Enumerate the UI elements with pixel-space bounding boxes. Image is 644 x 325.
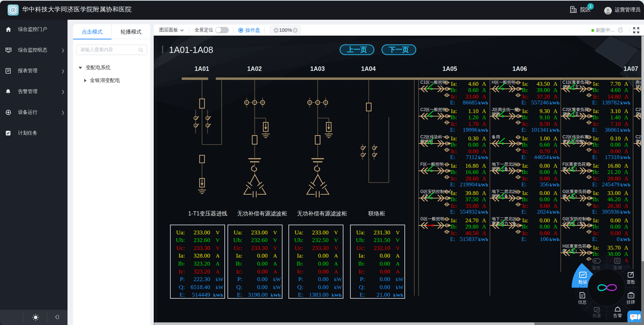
svg-text:Ia:: Ia: bbox=[593, 135, 599, 142]
svg-text:kWh: kWh bbox=[478, 128, 489, 133]
svg-text:V: V bbox=[396, 230, 400, 235]
svg-text:0.60: 0.60 bbox=[539, 141, 550, 148]
svg-text:A: A bbox=[553, 176, 557, 182]
svg-text:V: V bbox=[216, 230, 220, 235]
svg-text:0.00: 0.00 bbox=[610, 223, 621, 230]
svg-text:kW: kW bbox=[396, 284, 404, 290]
svg-text:kW: kW bbox=[216, 284, 224, 290]
svg-text:Ua:: Ua: bbox=[295, 229, 303, 236]
svg-text:323.20: 323.20 bbox=[194, 260, 210, 267]
svg-text:kWh: kWh bbox=[332, 292, 342, 298]
svg-text:置数: 置数 bbox=[627, 280, 636, 285]
svg-text:A: A bbox=[624, 163, 628, 169]
svg-text:A: A bbox=[273, 261, 277, 267]
svg-text:A: A bbox=[482, 142, 486, 148]
svg-text:P:: P: bbox=[298, 276, 303, 282]
svg-text:1-T1变压器进线: 1-T1变压器进线 bbox=[188, 211, 227, 216]
svg-text:kWh: kWh bbox=[620, 155, 630, 160]
svg-text:Ib:: Ib: bbox=[522, 196, 528, 203]
svg-text:16.80: 16.80 bbox=[465, 162, 478, 169]
svg-text:0.00: 0.00 bbox=[379, 268, 390, 275]
svg-text:Q:: Q: bbox=[236, 284, 243, 290]
svg-text:kWh: kWh bbox=[213, 292, 223, 298]
svg-text:356: 356 bbox=[540, 181, 549, 188]
svg-text:V: V bbox=[216, 237, 220, 243]
svg-text:A: A bbox=[482, 169, 486, 175]
svg-text:Ib:: Ib: bbox=[593, 223, 599, 230]
svg-text:E:: E: bbox=[592, 127, 597, 133]
svg-text:A: A bbox=[553, 136, 557, 141]
svg-text:A: A bbox=[624, 148, 628, 154]
svg-text:E:: E: bbox=[592, 99, 597, 106]
svg-text:E:: E: bbox=[521, 181, 527, 188]
svg-text:1A04: 1A04 bbox=[361, 65, 376, 72]
svg-text:233.00: 233.00 bbox=[194, 229, 210, 236]
svg-text:233.00: 233.00 bbox=[312, 229, 329, 236]
svg-text:Ia:: Ia: bbox=[359, 252, 365, 259]
svg-text:1A02: 1A02 bbox=[247, 65, 262, 72]
svg-text:kWh: kWh bbox=[478, 155, 489, 160]
svg-text:Ic:: Ic: bbox=[179, 268, 185, 275]
svg-text:A: A bbox=[553, 224, 557, 230]
svg-text:Ic:: Ic: bbox=[359, 268, 365, 275]
svg-text:A: A bbox=[482, 148, 486, 154]
svg-text:Ia:: Ia: bbox=[522, 162, 528, 169]
svg-text:231.30: 231.30 bbox=[374, 229, 390, 236]
svg-text:Ib:: Ib: bbox=[450, 169, 457, 175]
svg-text:A: A bbox=[553, 121, 557, 127]
svg-text:6518.40: 6518.40 bbox=[190, 284, 210, 290]
svg-text:1A05: 1A05 bbox=[442, 65, 457, 72]
svg-text:Ib:: Ib: bbox=[358, 260, 365, 267]
svg-text:395936: 395936 bbox=[602, 208, 620, 215]
svg-text:86685: 86685 bbox=[463, 99, 478, 106]
svg-text:kWh: kWh bbox=[478, 182, 489, 187]
svg-text:Ia:: Ia: bbox=[451, 162, 457, 169]
svg-text:232.60: 232.60 bbox=[251, 236, 268, 243]
svg-text:Ib:: Ib: bbox=[593, 114, 599, 121]
svg-text:kWh: kWh bbox=[271, 292, 281, 298]
svg-text:kWh: kWh bbox=[550, 155, 560, 160]
svg-text:E:: E: bbox=[450, 181, 455, 188]
svg-text:kW: kW bbox=[273, 284, 281, 290]
svg-text:Ia:: Ia: bbox=[179, 252, 185, 259]
svg-text:F区一般照明: F区一般照明 bbox=[420, 162, 444, 167]
svg-text:遥控: 遥控 bbox=[592, 266, 601, 270]
svg-text:J区商业街一般: J区商业街一般 bbox=[492, 107, 519, 112]
svg-text:kWh: kWh bbox=[478, 100, 489, 105]
svg-text:kW: kW bbox=[396, 276, 404, 282]
svg-text:Ua:: Ua: bbox=[356, 229, 365, 236]
svg-text:A: A bbox=[482, 176, 486, 182]
svg-text:kWh: kWh bbox=[620, 210, 630, 215]
svg-text:V: V bbox=[396, 245, 400, 251]
svg-text:0.00: 0.00 bbox=[318, 252, 329, 259]
svg-text:Ia:: Ia: bbox=[451, 190, 457, 196]
svg-text:A: A bbox=[624, 108, 628, 114]
svg-text:kWh: kWh bbox=[550, 128, 560, 133]
svg-text:232.50: 232.50 bbox=[312, 236, 329, 243]
svg-text:1A06: 1A06 bbox=[512, 65, 527, 72]
svg-text:Ib:: Ib: bbox=[593, 169, 599, 175]
svg-text:0.00: 0.00 bbox=[610, 141, 621, 148]
svg-text:P:: P: bbox=[180, 276, 185, 282]
svg-text:上一页: 上一页 bbox=[347, 46, 367, 53]
svg-text:0.00: 0.00 bbox=[539, 169, 550, 175]
svg-text:Ib:: Ib: bbox=[450, 114, 457, 121]
svg-text:0.00: 0.00 bbox=[318, 260, 329, 267]
svg-text:1.40: 1.40 bbox=[610, 114, 621, 121]
svg-text:挂牌: 挂牌 bbox=[626, 300, 635, 305]
svg-text:A: A bbox=[553, 203, 557, 209]
svg-text:A: A bbox=[624, 114, 628, 120]
svg-text:A: A bbox=[482, 87, 486, 93]
svg-text:0.00: 0.00 bbox=[539, 223, 550, 230]
svg-text:Ub:: Ub: bbox=[176, 236, 185, 243]
svg-text:kW: kW bbox=[273, 276, 281, 282]
svg-text:A: A bbox=[553, 163, 557, 169]
svg-text:V: V bbox=[273, 245, 277, 251]
svg-text:E:: E: bbox=[592, 154, 597, 160]
svg-text:E:: E: bbox=[450, 236, 455, 242]
svg-text:A: A bbox=[624, 203, 628, 209]
svg-text:A: A bbox=[624, 87, 628, 93]
svg-text:A: A bbox=[624, 190, 628, 196]
svg-text:9.10: 9.10 bbox=[539, 114, 550, 121]
svg-text:A: A bbox=[482, 224, 486, 230]
